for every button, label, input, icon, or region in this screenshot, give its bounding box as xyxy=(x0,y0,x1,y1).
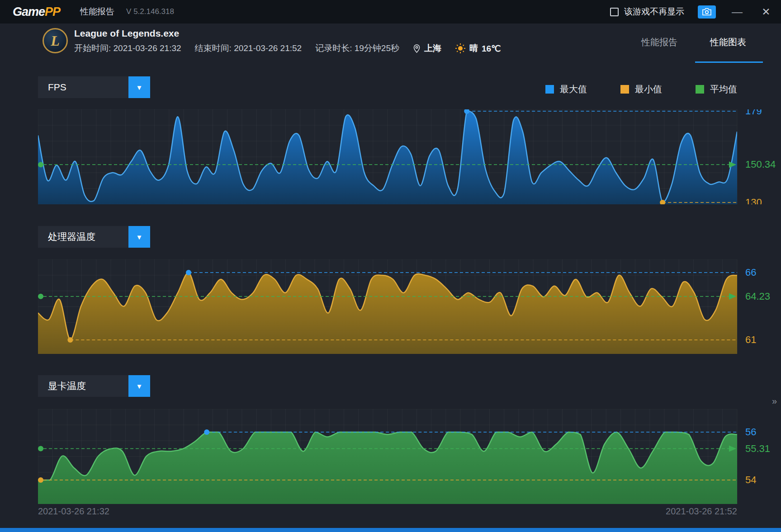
hide-game-label: 该游戏不再显示 xyxy=(624,6,684,18)
location-pin-icon xyxy=(413,44,421,53)
tab-performance-report[interactable]: 性能报告 xyxy=(641,33,677,52)
svg-text:55.31: 55.31 xyxy=(745,443,770,454)
chevron-down-icon: ▼ xyxy=(128,226,150,248)
hide-game-checkbox[interactable] xyxy=(610,8,619,16)
chevron-down-icon: ▼ xyxy=(128,375,150,397)
gpu-temp-chart-plot: 5655.3154 xyxy=(38,409,780,504)
minimize-button[interactable]: — xyxy=(729,0,745,24)
game-name: League of Legends.exe xyxy=(74,28,179,39)
legend-max: 最大值 xyxy=(545,83,587,95)
weather-label: 晴 xyxy=(469,42,478,54)
metric-dropdown-label: FPS xyxy=(38,76,128,98)
legend-max-swatch xyxy=(545,85,554,94)
version-label: V 5.2.146.318 xyxy=(126,7,174,16)
record-duration: 记录时长: 19分钟25秒 xyxy=(315,42,399,54)
end-time: 结束时间: 2021-03-26 21:52 xyxy=(195,42,302,54)
svg-text:179: 179 xyxy=(745,109,762,117)
legend-avg: 平均值 xyxy=(696,83,737,95)
svg-text:66: 66 xyxy=(745,267,756,278)
metric-dropdown-cpu-temp[interactable]: 处理器温度 ▼ xyxy=(38,226,150,248)
legend-min: 最小值 xyxy=(620,83,662,95)
legend-max-label: 最大值 xyxy=(560,83,587,95)
camera-icon xyxy=(702,8,712,16)
legend-min-swatch xyxy=(620,85,629,94)
chart-legend: 最大值 最小值 平均值 xyxy=(545,83,737,95)
svg-text:61: 61 xyxy=(745,334,756,345)
metric-dropdown-label: 处理器温度 xyxy=(38,226,128,248)
svg-text:130: 130 xyxy=(745,197,762,204)
start-time: 开始时间: 2021-03-26 21:32 xyxy=(74,42,181,54)
game-icon: L xyxy=(43,28,68,53)
session-meta: 开始时间: 2021-03-26 21:32 结束时间: 2021-03-26 … xyxy=(74,42,501,54)
time-axis-start: 2021-03-26 21:32 xyxy=(38,506,109,517)
tab-performance-chart[interactable]: 性能图表 xyxy=(710,33,746,52)
weather: 晴 16℃ xyxy=(455,42,501,54)
legend-avg-swatch xyxy=(696,85,704,94)
time-axis-end: 2021-03-26 21:52 xyxy=(666,506,737,517)
svg-text:56: 56 xyxy=(745,426,756,438)
temperature-label: 16℃ xyxy=(482,43,501,54)
gamepp-window: GamePP 性能报告 V 5.2.146.318 该游戏不再显示 — ✕ L … xyxy=(0,0,781,532)
svg-text:64.23: 64.23 xyxy=(745,291,770,302)
screenshot-button[interactable] xyxy=(698,5,716,19)
legend-avg-label: 平均值 xyxy=(710,83,737,95)
logo-pp-text: PP xyxy=(45,5,60,19)
metric-dropdown-fps[interactable]: FPS ▼ xyxy=(38,76,150,98)
svg-text:150.34: 150.34 xyxy=(745,159,776,170)
fps-chart-plot: 179150.34130 xyxy=(38,109,780,204)
location: 上海 xyxy=(413,42,441,54)
sun-icon xyxy=(455,43,466,54)
logo-game-text: Game xyxy=(13,5,45,19)
location-label: 上海 xyxy=(424,42,441,54)
more-indicator: » xyxy=(772,396,777,406)
close-button[interactable]: ✕ xyxy=(758,0,774,24)
titlebar-actions: 该游戏不再显示 — ✕ xyxy=(610,0,781,24)
report-tabs: 性能报告 性能图表 xyxy=(641,33,746,52)
svg-text:54: 54 xyxy=(745,474,756,485)
hide-game-option[interactable]: 该游戏不再显示 xyxy=(610,6,684,18)
cpu-temp-chart-plot: 6664.2361 xyxy=(38,259,780,354)
bottom-accent-strip xyxy=(0,528,781,532)
legend-min-label: 最小值 xyxy=(635,83,662,95)
active-tab-underline xyxy=(695,61,763,63)
titlebar: GamePP 性能报告 V 5.2.146.318 该游戏不再显示 — ✕ xyxy=(0,0,781,24)
metric-dropdown-label: 显卡温度 xyxy=(38,375,128,397)
chevron-down-icon: ▼ xyxy=(128,76,150,98)
app-title: 性能报告 xyxy=(80,6,114,18)
metric-dropdown-gpu-temp[interactable]: 显卡温度 ▼ xyxy=(38,375,150,397)
time-axis: 2021-03-26 21:32 2021-03-26 21:52 xyxy=(38,506,737,517)
gamepp-logo: GamePP xyxy=(13,5,60,19)
